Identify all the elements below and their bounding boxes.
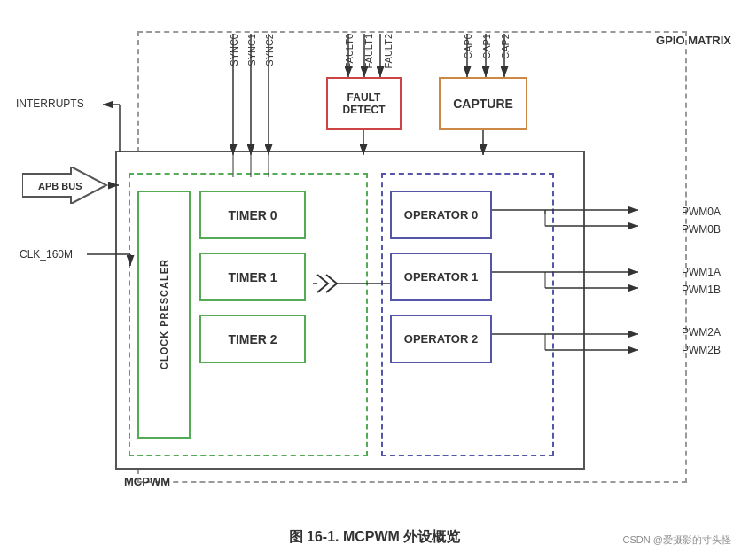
- pwm2a-label: PWM2A: [682, 326, 721, 338]
- pwm1a-label: PWM1A: [682, 266, 721, 278]
- pwm0b-label: PWM0B: [682, 223, 721, 236]
- operator1-box: OPERATOR 1: [390, 253, 492, 301]
- interrupts-label: INTERRUPTS: [16, 97, 84, 110]
- pwm2b-label: PWM2B: [682, 344, 721, 356]
- cap2-label: CAP2: [500, 34, 511, 59]
- gpio-matrix-label: GPIO MATRIX: [656, 34, 731, 47]
- fault1-label: FAULT1: [363, 34, 374, 69]
- sync1-label: SYNC1: [246, 34, 257, 66]
- timer1-label: TIMER 1: [228, 270, 277, 284]
- interrupts-area: INTERRUPTS: [16, 97, 84, 110]
- fault-detect-box: FAULTDETECT: [326, 77, 402, 130]
- operator1-label: OPERATOR 1: [404, 270, 478, 284]
- cap1-label: CAP1: [481, 34, 492, 59]
- clock-prescaler-box: CLOCK PRESCALER: [137, 191, 191, 439]
- fault-detect-label: FAULTDETECT: [343, 91, 386, 116]
- pwm1b-label: PWM1B: [682, 284, 721, 296]
- cap0-label: CAP0: [463, 34, 473, 59]
- clk-label: CLK_160M: [20, 248, 73, 261]
- operator2-label: OPERATOR 2: [404, 332, 478, 346]
- timer0-label: TIMER 0: [228, 208, 277, 222]
- timer2-label: TIMER 2: [228, 332, 277, 346]
- capture-label: CAPTURE: [453, 97, 513, 111]
- capture-box: CAPTURE: [439, 77, 527, 130]
- clock-prescaler-label: CLOCK PRESCALER: [159, 259, 169, 369]
- diagram-container: GPIO MATRIX MCPWM CLOCK PRESCALER TIMER …: [0, 0, 749, 514]
- sync2-label: SYNC2: [264, 34, 275, 66]
- timer0-box: TIMER 0: [199, 191, 306, 239]
- operator0-box: OPERATOR 0: [390, 191, 492, 239]
- pwm0a-label: PWM0A: [682, 206, 721, 218]
- fault2-label: FAULT2: [383, 34, 394, 69]
- apb-bus-shape: APB BUS: [22, 167, 111, 204]
- timer2-box: TIMER 2: [199, 315, 306, 363]
- timer1-box: TIMER 1: [199, 253, 306, 301]
- operator0-label: OPERATOR 0: [404, 208, 478, 222]
- sync0-label: SYNC0: [229, 34, 239, 66]
- mcpwm-label: MCPWM: [124, 475, 170, 488]
- svg-text:APB BUS: APB BUS: [38, 181, 82, 191]
- fault0-label: FAULT0: [344, 34, 355, 69]
- operator2-box: OPERATOR 2: [390, 315, 492, 363]
- caption-right: CSDN @爱摄影的寸头怪: [623, 533, 731, 547]
